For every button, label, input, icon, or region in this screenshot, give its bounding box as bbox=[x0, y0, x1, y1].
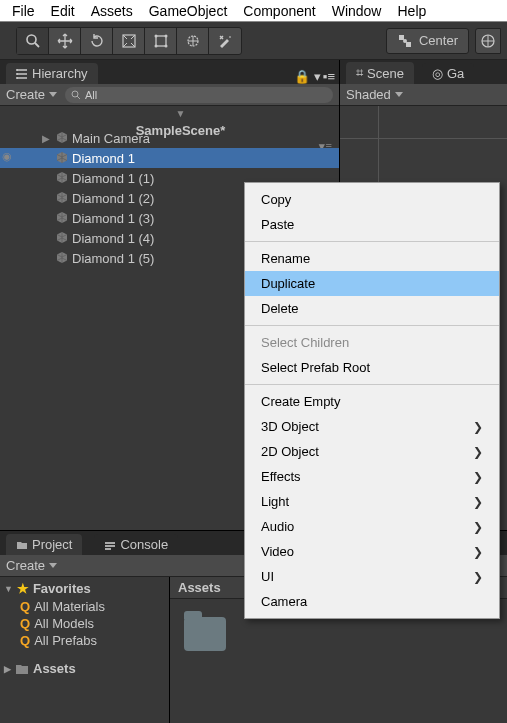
visibility-icon[interactable]: ◉ bbox=[2, 150, 12, 163]
hierarchy-item[interactable]: Diamond 1 bbox=[0, 148, 339, 168]
context-menu-item[interactable]: Rename bbox=[245, 246, 499, 271]
submenu-arrow-icon: ❯ bbox=[473, 495, 483, 509]
context-menu-item[interactable]: Audio❯ bbox=[245, 514, 499, 539]
menu-component[interactable]: Component bbox=[235, 1, 323, 21]
context-menu-item[interactable]: Light❯ bbox=[245, 489, 499, 514]
context-menu-item[interactable]: Video❯ bbox=[245, 539, 499, 564]
scale-icon bbox=[121, 33, 137, 49]
svg-rect-18 bbox=[105, 542, 115, 544]
svg-point-0 bbox=[27, 35, 36, 44]
shading-mode-button[interactable]: Shaded bbox=[346, 87, 403, 102]
expand-arrow-icon[interactable]: ▶ bbox=[4, 664, 11, 674]
context-menu-label: UI bbox=[261, 569, 274, 584]
expand-arrow-icon[interactable]: ▶ bbox=[40, 133, 52, 144]
hand-tool[interactable] bbox=[17, 28, 49, 54]
axis-horizontal bbox=[340, 138, 507, 139]
svg-rect-9 bbox=[399, 35, 404, 40]
search-icon bbox=[71, 90, 81, 100]
center-label: Center bbox=[419, 33, 458, 48]
rotation-button[interactable] bbox=[475, 28, 501, 54]
fav-all-materials[interactable]: Q All Materials bbox=[0, 598, 169, 615]
scale-tool[interactable] bbox=[113, 28, 145, 54]
expand-arrow-icon[interactable]: ▼ bbox=[175, 108, 187, 119]
context-menu-item[interactable]: 3D Object❯ bbox=[245, 414, 499, 439]
project-sidebar: ▼ ★ Favorites Q All Materials Q All Mode… bbox=[0, 577, 170, 723]
svg-point-11 bbox=[403, 39, 407, 43]
svg-point-7 bbox=[164, 44, 167, 47]
hierarchy-tabs: Hierarchy 🔒 ▾ ▪≡ bbox=[0, 60, 339, 84]
context-menu-item[interactable]: Select Prefab Root bbox=[245, 355, 499, 380]
custom-tool[interactable] bbox=[209, 28, 241, 54]
context-menu-item[interactable]: Create Empty bbox=[245, 389, 499, 414]
svg-line-1 bbox=[35, 43, 39, 47]
expand-arrow-icon[interactable]: ▼ bbox=[4, 584, 13, 594]
assets-header[interactable]: ▶ Assets bbox=[0, 659, 169, 678]
menu-file[interactable]: File bbox=[4, 1, 43, 21]
rotate-tool[interactable] bbox=[81, 28, 113, 54]
transform-tools bbox=[16, 27, 242, 55]
tab-console[interactable]: Console bbox=[94, 534, 178, 555]
tab-scene[interactable]: ⌗ Scene bbox=[346, 62, 414, 84]
context-menu-item[interactable]: Duplicate bbox=[245, 271, 499, 296]
game-icon: ◎ bbox=[432, 66, 443, 81]
folder-icon bbox=[15, 663, 29, 675]
create-button[interactable]: Create bbox=[6, 558, 57, 573]
rect-tool[interactable] bbox=[145, 28, 177, 54]
menu-window[interactable]: Window bbox=[324, 1, 390, 21]
favorites-header[interactable]: ▼ ★ Favorites bbox=[0, 579, 169, 598]
tab-project[interactable]: Project bbox=[6, 534, 82, 555]
folder-item[interactable] bbox=[184, 617, 226, 651]
node-label: Diamond 1 (5) bbox=[72, 251, 154, 266]
search-icon: Q bbox=[20, 616, 30, 631]
context-menu-label: Create Empty bbox=[261, 394, 340, 409]
context-menu-label: Duplicate bbox=[261, 276, 315, 291]
tab-label: Console bbox=[120, 537, 168, 552]
folder-icon bbox=[16, 539, 28, 551]
assets-label: Assets bbox=[33, 661, 76, 676]
create-button[interactable]: Create bbox=[6, 87, 57, 102]
move-tool[interactable] bbox=[49, 28, 81, 54]
prefab-icon bbox=[54, 250, 70, 266]
context-menu-label: Light bbox=[261, 494, 289, 509]
panel-lock-icon[interactable]: 🔒 ▾ bbox=[294, 69, 321, 84]
scene-node[interactable]: ▼ SampleScene* ▾≡ bbox=[0, 108, 339, 128]
fav-all-prefabs[interactable]: Q All Prefabs bbox=[0, 632, 169, 649]
menu-edit[interactable]: Edit bbox=[43, 1, 83, 21]
menu-help[interactable]: Help bbox=[389, 1, 434, 21]
fav-label: All Prefabs bbox=[34, 633, 97, 648]
hierarchy-item[interactable]: ▶Main Camera bbox=[0, 128, 339, 148]
menu-gameobject[interactable]: GameObject bbox=[141, 1, 236, 21]
console-icon bbox=[104, 539, 116, 551]
context-menu-item[interactable]: Paste bbox=[245, 212, 499, 237]
node-label: Diamond 1 bbox=[72, 151, 135, 166]
context-menu-label: Delete bbox=[261, 301, 299, 316]
svg-point-6 bbox=[154, 44, 157, 47]
context-menu-item[interactable]: Delete bbox=[245, 296, 499, 321]
svg-rect-10 bbox=[406, 42, 411, 47]
menu-assets[interactable]: Assets bbox=[83, 1, 141, 21]
tab-hierarchy[interactable]: Hierarchy bbox=[6, 63, 98, 84]
context-menu-item[interactable]: Effects❯ bbox=[245, 464, 499, 489]
panel-options-icon[interactable]: ▪≡ bbox=[323, 69, 335, 84]
context-menu-item[interactable]: UI❯ bbox=[245, 564, 499, 589]
node-label: Diamond 1 (3) bbox=[72, 211, 154, 226]
create-label: Create bbox=[6, 87, 45, 102]
context-menu-item[interactable]: Copy bbox=[245, 187, 499, 212]
search-input[interactable] bbox=[85, 89, 115, 101]
node-label: Main Camera bbox=[72, 131, 150, 146]
svg-rect-20 bbox=[105, 548, 111, 550]
hierarchy-icon bbox=[16, 68, 28, 80]
fav-label: All Materials bbox=[34, 599, 105, 614]
context-menu-item[interactable]: Camera bbox=[245, 589, 499, 614]
fav-all-models[interactable]: Q All Models bbox=[0, 615, 169, 632]
node-label: Diamond 1 (2) bbox=[72, 191, 154, 206]
hierarchy-search[interactable] bbox=[65, 87, 333, 103]
submenu-arrow-icon: ❯ bbox=[473, 570, 483, 584]
pivot-center-button[interactable]: Center bbox=[386, 28, 469, 54]
context-menu-item[interactable]: 2D Object❯ bbox=[245, 439, 499, 464]
prefab-icon bbox=[54, 230, 70, 246]
chevron-down-icon bbox=[49, 563, 57, 568]
combined-tool[interactable] bbox=[177, 28, 209, 54]
star-icon: ★ bbox=[17, 581, 29, 596]
tab-game[interactable]: ◎ Ga bbox=[422, 63, 474, 84]
